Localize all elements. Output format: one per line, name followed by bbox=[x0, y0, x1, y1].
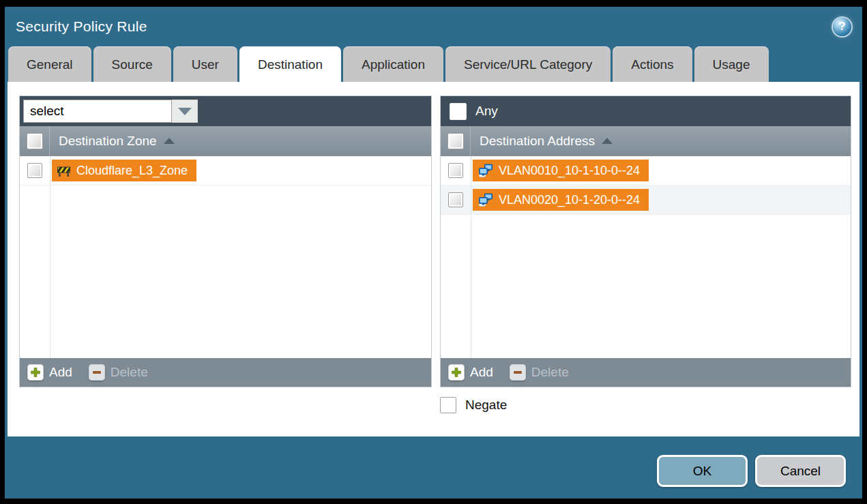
tab-bar: General Source User Destination Applicat… bbox=[5, 46, 862, 82]
security-policy-rule-dialog: Security Policy Rule ? General Source Us… bbox=[5, 7, 862, 499]
address-column-title[interactable]: Destination Address bbox=[480, 134, 595, 149]
table-row: VLAN0020_10-1-20-0--24 bbox=[441, 186, 851, 215]
tab-content-destination: Destination Zone bbox=[8, 82, 859, 436]
negate-checkbox[interactable] bbox=[440, 397, 456, 413]
address-column-header: Destination Address bbox=[441, 126, 851, 156]
address-list: VLAN0010_10-1-10-0--24 bbox=[441, 156, 851, 358]
zone-panel-toolbar bbox=[20, 96, 431, 126]
address-item-vlan0010[interactable]: VLAN0010_10-1-10-0--24 bbox=[473, 160, 649, 181]
address-add-button[interactable]: Add bbox=[448, 364, 493, 381]
zone-select-input[interactable] bbox=[23, 100, 172, 123]
address-icon bbox=[477, 164, 493, 177]
dialog-footer: OK Cancel bbox=[657, 455, 846, 487]
destination-address-panel: Any Destination Address bbox=[440, 95, 851, 387]
zone-item-label: Cloudflare_L3_Zone bbox=[76, 164, 188, 178]
address-add-label: Add bbox=[470, 365, 493, 380]
ok-button[interactable]: OK bbox=[657, 455, 748, 487]
address-delete-button[interactable]: Delete bbox=[510, 364, 569, 381]
tab-service-url-category[interactable]: Service/URL Category bbox=[445, 46, 611, 82]
address-item-label: VLAN0020_10-1-20-0--24 bbox=[499, 193, 640, 207]
minus-icon bbox=[91, 367, 102, 378]
plus-icon bbox=[30, 367, 41, 378]
zone-list: Cloudflare_L3_Zone bbox=[20, 156, 431, 358]
zone-item-cloudflare-l3-zone[interactable]: Cloudflare_L3_Zone bbox=[52, 160, 196, 181]
zone-add-button[interactable]: Add bbox=[27, 364, 72, 381]
address-row-checkbox[interactable] bbox=[448, 192, 463, 207]
minus-icon bbox=[512, 367, 523, 378]
tab-usage[interactable]: Usage bbox=[694, 46, 769, 82]
destination-zone-panel: Destination Zone bbox=[19, 95, 432, 387]
zone-delete-label: Delete bbox=[111, 365, 148, 380]
tab-application[interactable]: Application bbox=[343, 46, 443, 82]
table-row: VLAN0010_10-1-10-0--24 bbox=[441, 156, 851, 186]
address-item-label: VLAN0010_10-1-10-0--24 bbox=[499, 164, 640, 178]
address-item-vlan0020[interactable]: VLAN0020_10-1-20-0--24 bbox=[473, 189, 649, 211]
zone-icon bbox=[57, 164, 71, 177]
negate-row: Negate bbox=[440, 397, 507, 413]
address-select-all-checkbox[interactable] bbox=[447, 133, 464, 149]
address-panel-toolbar: Any bbox=[441, 96, 851, 126]
zone-select-all-checkbox[interactable] bbox=[27, 133, 43, 149]
tab-source[interactable]: Source bbox=[93, 46, 171, 82]
tab-actions[interactable]: Actions bbox=[613, 46, 692, 82]
chevron-down-icon bbox=[178, 108, 192, 115]
address-panel-footer: Add Delete bbox=[441, 358, 851, 387]
zone-select-dropdown-button[interactable] bbox=[172, 100, 198, 123]
zone-row-checkbox[interactable] bbox=[27, 163, 42, 178]
tab-general[interactable]: General bbox=[8, 46, 91, 82]
titlebar: Security Policy Rule ? bbox=[5, 7, 862, 46]
zone-panel-footer: Add Delete bbox=[20, 358, 431, 387]
tab-user[interactable]: User bbox=[173, 46, 237, 82]
zone-column-header: Destination Zone bbox=[20, 126, 431, 156]
address-row-checkbox[interactable] bbox=[448, 163, 463, 178]
tab-destination[interactable]: Destination bbox=[239, 46, 341, 82]
plus-icon bbox=[451, 367, 462, 378]
zone-column-title[interactable]: Destination Zone bbox=[59, 134, 157, 149]
zone-add-label: Add bbox=[49, 365, 72, 380]
table-row: Cloudflare_L3_Zone bbox=[20, 156, 431, 186]
cancel-button[interactable]: Cancel bbox=[755, 455, 846, 487]
any-label: Any bbox=[475, 104, 498, 119]
address-icon bbox=[477, 193, 493, 207]
dialog-title: Security Policy Rule bbox=[16, 18, 147, 35]
sort-ascending-icon[interactable] bbox=[164, 138, 175, 144]
sort-ascending-icon[interactable] bbox=[602, 138, 613, 144]
any-checkbox[interactable] bbox=[450, 103, 467, 120]
zone-delete-button[interactable]: Delete bbox=[89, 364, 148, 381]
address-delete-label: Delete bbox=[531, 365, 569, 380]
help-icon[interactable]: ? bbox=[833, 18, 851, 36]
negate-label: Negate bbox=[465, 398, 507, 413]
